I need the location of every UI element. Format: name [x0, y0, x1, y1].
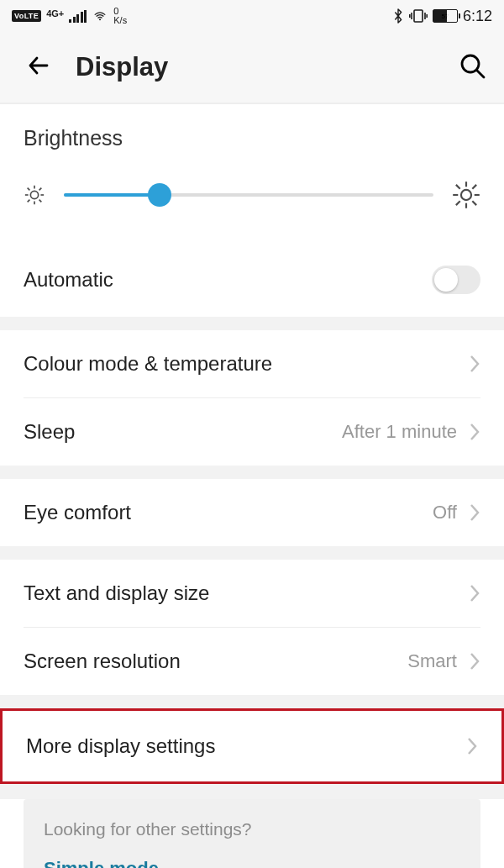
- chevron-right-icon: [469, 423, 480, 441]
- status-bar: VoLTE 4G+ 0 K/s 57 6:12: [0, 0, 504, 32]
- brightness-label: Brightness: [24, 126, 480, 150]
- slider-thumb[interactable]: [148, 183, 171, 207]
- eye-comfort-label: Eye comfort: [24, 501, 131, 524]
- brightness-slider[interactable]: [64, 193, 433, 197]
- colour-mode-row[interactable]: Colour mode & temperature: [0, 330, 504, 397]
- text-size-label: Text and display size: [24, 581, 209, 605]
- battery-icon: 57: [433, 9, 458, 23]
- svg-line-25: [472, 185, 476, 189]
- chevron-right-icon: [469, 355, 480, 373]
- vibrate-icon: [409, 8, 428, 24]
- clock: 6:12: [463, 8, 492, 25]
- svg-line-14: [39, 200, 42, 203]
- svg-point-8: [30, 191, 38, 198]
- section-eye: Eye comfort Off: [0, 479, 504, 546]
- svg-line-15: [28, 200, 30, 203]
- eye-comfort-row[interactable]: Eye comfort Off: [0, 479, 504, 546]
- network-type: 4G+: [46, 9, 64, 18]
- search-button[interactable]: [459, 52, 486, 82]
- simple-mode-link[interactable]: Simple mode: [44, 858, 460, 868]
- automatic-row[interactable]: Automatic: [0, 243, 504, 317]
- brightness-high-icon: [452, 181, 480, 209]
- status-right: 57 6:12: [392, 8, 492, 25]
- automatic-label: Automatic: [24, 268, 113, 292]
- chevron-right-icon: [469, 652, 480, 671]
- status-left: VoLTE 4G+ 0 K/s: [12, 7, 127, 25]
- screen-resolution-label: Screen resolution: [24, 650, 181, 673]
- sleep-label: Sleep: [24, 420, 75, 444]
- chevron-right-icon: [469, 503, 480, 522]
- svg-line-24: [456, 201, 460, 205]
- speed-unit: K/s: [113, 16, 127, 25]
- brightness-control: [24, 150, 480, 243]
- suggestion-question: Looking for other settings?: [44, 819, 460, 839]
- svg-line-13: [28, 188, 30, 191]
- more-display-settings-row[interactable]: More display settings: [3, 711, 501, 781]
- svg-line-16: [39, 188, 42, 191]
- arrow-left-icon: [25, 52, 52, 79]
- suggestion-card: Looking for other settings? Simple mode: [24, 799, 480, 868]
- chevron-right-icon: [466, 737, 478, 755]
- screen-resolution-row[interactable]: Screen resolution Smart: [0, 628, 504, 695]
- automatic-row-section: Automatic: [0, 243, 504, 317]
- sleep-value: After 1 minute: [342, 421, 457, 443]
- more-display-settings-label: More display settings: [26, 734, 215, 758]
- signal-icon: [69, 10, 87, 23]
- brightness-low-icon: [24, 184, 45, 206]
- eye-comfort-value: Off: [433, 502, 457, 523]
- wifi-icon: [92, 10, 108, 23]
- bluetooth-icon: [392, 8, 404, 24]
- svg-rect-1: [414, 10, 423, 22]
- back-button[interactable]: [25, 52, 59, 82]
- section-suggestions: Looking for other settings? Simple mode: [0, 799, 504, 868]
- page-title: Display: [76, 52, 168, 82]
- svg-line-22: [456, 185, 460, 189]
- automatic-switch[interactable]: [432, 266, 480, 294]
- search-icon: [459, 52, 486, 79]
- svg-point-0: [99, 18, 101, 20]
- text-size-row[interactable]: Text and display size: [0, 560, 504, 627]
- data-speed: 0 K/s: [113, 7, 127, 25]
- battery-percent: 57: [433, 13, 457, 20]
- header: Display: [0, 32, 504, 104]
- svg-point-17: [461, 190, 471, 200]
- brightness-section: Brightness: [0, 104, 504, 243]
- colour-mode-label: Colour mode & temperature: [24, 352, 272, 376]
- more-display-settings-highlight: More display settings: [0, 708, 504, 784]
- svg-line-23: [472, 201, 476, 205]
- svg-point-6: [462, 55, 479, 72]
- screen-resolution-value: Smart: [407, 650, 457, 672]
- svg-line-7: [477, 71, 484, 77]
- section-colour-sleep: Colour mode & temperature Sleep After 1 …: [0, 330, 504, 466]
- section-text-res: Text and display size Screen resolution …: [0, 560, 504, 695]
- chevron-right-icon: [469, 584, 480, 602]
- volte-badge: VoLTE: [12, 10, 41, 22]
- sleep-row[interactable]: Sleep After 1 minute: [0, 398, 504, 466]
